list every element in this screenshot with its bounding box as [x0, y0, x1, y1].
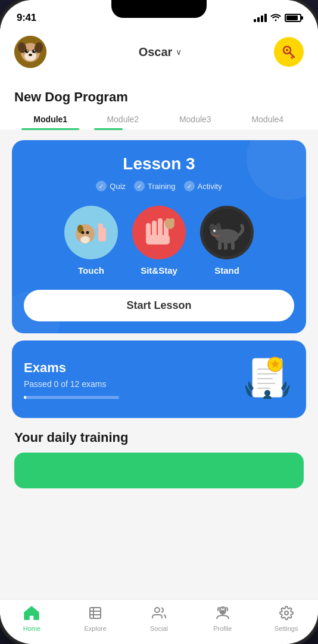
program-title: New Dog Program — [0, 78, 318, 110]
svg-rect-28 — [146, 235, 170, 244]
social-label: Social — [150, 625, 168, 632]
badge-quiz: ✓ Quiz — [96, 181, 126, 191]
activity-icons: Touch — [24, 206, 294, 275]
signal-icon — [254, 14, 267, 22]
svg-line-14 — [291, 57, 292, 58]
activity-stand[interactable]: Stand — [200, 206, 254, 275]
module-tabs: Module1 Module2 Module3 Module4 — [0, 110, 318, 131]
settings-icon — [279, 606, 294, 623]
quiz-check-icon: ✓ — [96, 181, 107, 191]
activity-touch[interactable]: Touch — [64, 206, 118, 275]
svg-point-56 — [219, 609, 221, 611]
sitstay-label: Sit&Stay — [141, 265, 177, 275]
lesson-badges: ✓ Quiz ✓ Training ✓ Activity — [24, 181, 294, 191]
svg-point-11 — [286, 49, 288, 51]
header: Oscar ∨ — [0, 29, 318, 78]
settings-label: Settings — [275, 625, 298, 632]
exams-title: Exams — [24, 360, 241, 376]
svg-point-6 — [32, 49, 36, 53]
start-lesson-button[interactable]: Start Lesson — [24, 290, 294, 321]
svg-point-8 — [34, 50, 35, 51]
svg-point-31 — [170, 218, 174, 223]
tab-module4[interactable]: Module4 — [232, 110, 304, 130]
sitstay-icon-circle — [132, 206, 186, 259]
svg-line-13 — [292, 56, 294, 57]
svg-point-58 — [224, 609, 226, 611]
chevron-down-icon[interactable]: ∨ — [176, 47, 182, 57]
bottom-nav: Home Explore — [0, 599, 318, 644]
exams-progress-bar — [24, 396, 119, 399]
exams-subtitle: Passed 0 of 12 exams — [24, 379, 241, 389]
user-name-section[interactable]: Oscar ∨ — [139, 45, 182, 59]
tab-module2[interactable]: Module2 — [87, 110, 160, 130]
svg-rect-39 — [224, 242, 227, 250]
svg-point-37 — [216, 223, 221, 230]
scroll-content[interactable]: Oscar ∨ New Dog Program — [0, 29, 318, 599]
svg-rect-40 — [231, 242, 235, 250]
activity-sitstay[interactable]: Sit&Stay — [132, 206, 186, 275]
svg-point-32 — [164, 221, 168, 225]
phone-frame: 9:41 — [0, 0, 318, 644]
touch-label: Touch — [78, 265, 104, 275]
svg-point-5 — [25, 49, 29, 53]
nav-profile[interactable]: Profile — [205, 606, 241, 632]
stand-label: Stand — [214, 265, 239, 275]
svg-point-18 — [80, 236, 90, 243]
explore-label: Explore — [85, 625, 107, 632]
exams-content: Exams Passed 0 of 12 exams — [24, 360, 241, 399]
nav-explore[interactable]: Explore — [77, 606, 113, 632]
wifi-icon — [270, 13, 281, 23]
svg-point-41 — [213, 230, 216, 232]
social-icon — [152, 606, 166, 623]
lesson-card: Lesson 3 ✓ Quiz ✓ Training ✓ Activity — [12, 140, 306, 333]
explore-icon — [88, 606, 102, 623]
lesson-title: Lesson 3 — [24, 154, 294, 174]
phone-screen: 9:41 — [0, 0, 318, 644]
notch — [111, 0, 207, 18]
training-check-icon: ✓ — [134, 181, 145, 191]
daily-title: Your daily training — [14, 430, 304, 445]
exams-progress-fill — [24, 396, 26, 399]
touch-icon-circle — [64, 206, 118, 259]
nav-social[interactable]: Social — [141, 606, 177, 632]
tab-module3[interactable]: Module3 — [159, 110, 232, 130]
avatar — [14, 36, 46, 68]
svg-rect-38 — [218, 242, 222, 250]
svg-rect-51 — [90, 608, 101, 618]
home-icon — [24, 606, 39, 623]
home-label: Home — [23, 625, 40, 632]
daily-card[interactable] — [14, 453, 304, 488]
svg-rect-24 — [152, 221, 157, 237]
notification-button[interactable] — [274, 37, 304, 67]
exams-image — [241, 352, 294, 406]
activity-check-icon: ✓ — [184, 181, 195, 191]
badge-activity: ✓ Activity — [184, 181, 222, 191]
nav-settings[interactable]: Settings — [269, 606, 304, 632]
svg-point-60 — [285, 611, 288, 615]
status-time: 9:41 — [17, 12, 36, 24]
nav-home[interactable]: Home — [14, 606, 49, 632]
profile-icon — [214, 606, 231, 623]
svg-point-59 — [220, 610, 225, 614]
svg-point-50 — [264, 390, 270, 396]
svg-point-9 — [29, 54, 32, 56]
svg-point-55 — [155, 608, 160, 612]
svg-point-7 — [27, 50, 28, 51]
daily-section: Your daily training — [0, 428, 318, 498]
profile-label: Profile — [213, 625, 232, 632]
svg-rect-25 — [158, 218, 163, 237]
battery-icon — [285, 14, 301, 22]
stand-icon-circle — [200, 206, 254, 259]
status-icons — [254, 13, 301, 23]
exams-card[interactable]: Exams Passed 0 of 12 exams — [12, 340, 306, 418]
svg-point-20 — [86, 231, 89, 234]
tab-module1[interactable]: Module1 — [14, 110, 87, 130]
user-name: Oscar — [139, 45, 173, 59]
svg-point-19 — [82, 231, 85, 234]
svg-point-57 — [222, 608, 223, 609]
badge-training: ✓ Training — [134, 181, 175, 191]
